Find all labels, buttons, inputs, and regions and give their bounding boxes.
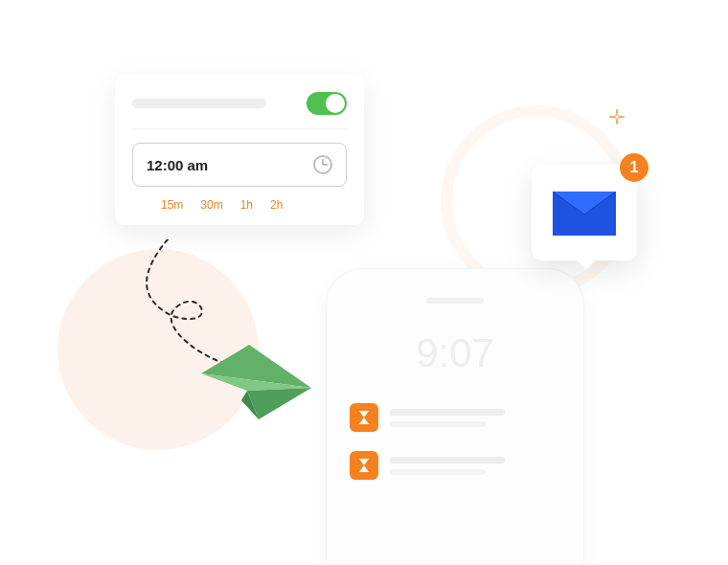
hourglass-icon xyxy=(358,410,370,425)
settings-card: 12:00 am 15m 30m 1h 2h xyxy=(115,75,364,225)
placeholder-line xyxy=(390,421,486,427)
notification-text xyxy=(390,457,560,475)
phone-notch xyxy=(426,298,484,304)
svg-marker-2 xyxy=(247,388,311,419)
duration-chips: 15m 30m 1h 2h xyxy=(132,198,347,212)
phone-mockup: 9:07 xyxy=(326,268,584,565)
time-input[interactable]: 12:00 am xyxy=(132,143,347,187)
clock-icon xyxy=(313,155,332,174)
toggle-switch[interactable] xyxy=(307,92,347,115)
placeholder-line xyxy=(390,457,505,463)
chip-1h[interactable]: 1h xyxy=(240,198,253,212)
paper-plane-icon xyxy=(201,335,316,421)
phone-clock: 9:07 xyxy=(350,330,560,376)
placeholder-line xyxy=(390,409,505,416)
app-icon xyxy=(350,403,378,432)
chip-30m[interactable]: 30m xyxy=(200,198,222,212)
app-icon xyxy=(350,451,378,480)
notification-text xyxy=(390,409,560,427)
notification-row xyxy=(350,451,560,480)
notification-row xyxy=(350,403,560,432)
settings-header-row xyxy=(132,92,347,129)
hourglass-icon xyxy=(358,458,370,473)
time-value: 12:00 am xyxy=(147,157,208,173)
envelope-icon xyxy=(553,192,616,236)
placeholder-label xyxy=(132,99,266,108)
placeholder-line xyxy=(390,469,486,475)
sparkle-icon xyxy=(609,109,625,124)
mail-popover: 1 xyxy=(532,165,637,260)
badge-count: 1 xyxy=(630,159,639,176)
chip-15m[interactable]: 15m xyxy=(161,198,183,212)
chip-2h[interactable]: 2h xyxy=(270,198,283,212)
notification-badge: 1 xyxy=(620,153,648,182)
